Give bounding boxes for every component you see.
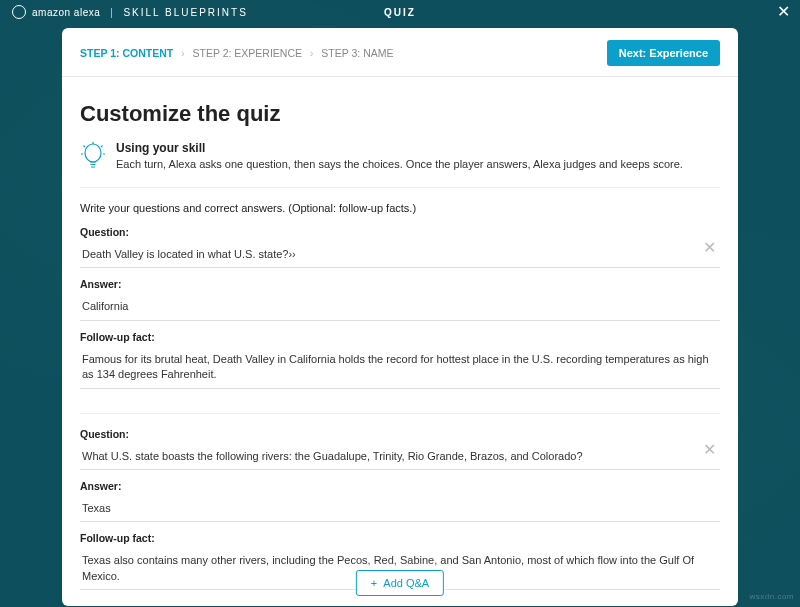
question-input[interactable]: What U.S. state boasts the following riv… <box>80 444 720 470</box>
step-1-content[interactable]: STEP 1: CONTENT <box>80 47 173 59</box>
plus-icon: + <box>371 577 377 589</box>
add-qa-button[interactable]: + Add Q&A <box>356 570 444 596</box>
step-3-name[interactable]: STEP 3: NAME <box>321 47 393 59</box>
followup-input[interactable]: Famous for its brutal heat, Death Valley… <box>80 347 720 389</box>
instructions-text: Write your questions and correct answers… <box>80 202 720 214</box>
brand-text-bold: SKILL BLUEPRINTS <box>123 7 247 18</box>
top-bar: amazon alexa | SKILL BLUEPRINTS QUIZ ✕ <box>0 0 800 24</box>
brand-divider: | <box>110 7 113 18</box>
step-2-experience[interactable]: STEP 2: EXPERIENCE <box>193 47 303 59</box>
add-qa-label: Add Q&A <box>383 577 429 589</box>
answer-label: Answer: <box>80 480 720 492</box>
hint-text: Using your skill Each turn, Alexa asks o… <box>116 141 683 172</box>
chevron-right-icon: › <box>181 48 184 59</box>
lightbulb-icon <box>80 141 106 173</box>
answer-label: Answer: <box>80 278 720 290</box>
page-title: Customize the quiz <box>80 101 720 127</box>
watermark-text: wsxdn.com <box>749 592 794 601</box>
followup-label: Follow-up fact: <box>80 331 720 343</box>
brand-text-light: amazon alexa <box>32 7 100 18</box>
question-label: Question: <box>80 226 720 238</box>
answer-input[interactable]: California <box>80 294 720 320</box>
card-header: STEP 1: CONTENT › STEP 2: EXPERIENCE › S… <box>62 28 738 77</box>
close-icon[interactable]: ✕ <box>777 4 791 20</box>
brand: amazon alexa | SKILL BLUEPRINTS <box>12 5 248 19</box>
question-input[interactable]: Death Valley is located in what U.S. sta… <box>80 242 720 268</box>
main-card: STEP 1: CONTENT › STEP 2: EXPERIENCE › S… <box>62 28 738 606</box>
next-experience-button[interactable]: Next: Experience <box>607 40 720 66</box>
followup-label: Follow-up fact: <box>80 532 720 544</box>
hint-body: Each turn, Alexa asks one question, then… <box>116 157 683 172</box>
hint-title: Using your skill <box>116 141 683 155</box>
content-area: Customize the quiz Using your skill Each… <box>62 77 738 606</box>
add-qa-wrap: + Add Q&A <box>356 570 444 596</box>
answer-input[interactable]: Texas <box>80 496 720 522</box>
remove-qa-icon[interactable]: ✕ <box>703 240 716 256</box>
chevron-right-icon: › <box>310 48 313 59</box>
qa-block: ✕ Question: Death Valley is located in w… <box>80 226 720 414</box>
remove-qa-icon[interactable]: ✕ <box>703 442 716 458</box>
step-breadcrumb: STEP 1: CONTENT › STEP 2: EXPERIENCE › S… <box>80 47 394 59</box>
topbar-title: QUIZ <box>384 7 416 18</box>
question-label: Question: <box>80 428 720 440</box>
svg-point-0 <box>85 144 101 162</box>
hint-box: Using your skill Each turn, Alexa asks o… <box>80 141 720 188</box>
alexa-ring-icon <box>12 5 26 19</box>
